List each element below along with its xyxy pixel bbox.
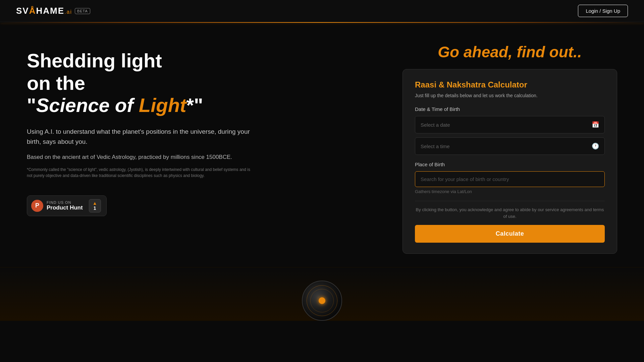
calculate-button[interactable]: Calculate <box>415 225 605 243</box>
hero-based: Based on the ancient art of Vedic Astrol… <box>27 154 255 161</box>
time-input[interactable] <box>421 143 592 149</box>
ph-name: Product Hunt <box>47 204 83 211</box>
hero-title-light: Light <box>139 94 186 116</box>
agreement-text: By clicking the button, you acknowledge … <box>415 206 605 220</box>
calculator-title: Raasi & Nakshatra Calculator <box>415 80 527 89</box>
clock-icon: 🕐 <box>592 142 599 150</box>
date-input-wrapper[interactable]: 📅 <box>415 116 605 133</box>
place-input-wrapper <box>415 171 605 187</box>
date-time-label: Date & Time of Birth <box>415 106 605 112</box>
ph-upvote-box[interactable]: ▲ 1 <box>89 199 101 213</box>
date-time-fields: 📅 🕐 <box>415 116 605 155</box>
ph-upvote-count: 1 <box>94 205 96 211</box>
calendar-icon: 📅 <box>592 121 599 128</box>
ph-upvote-arrow-icon: ▲ <box>93 201 97 205</box>
calculator-subtitle: Just fill up the details below and let u… <box>415 93 605 98</box>
bottom-section <box>0 267 644 321</box>
form-divider <box>415 201 605 201</box>
hero-title-line1: Shedding light <box>27 50 162 71</box>
disclaimer-text: *Commonly called the "science of light",… <box>27 167 255 179</box>
ph-icon-letter: P <box>35 202 39 209</box>
orb-ring-2 <box>310 289 334 312</box>
product-hunt-icon: P <box>31 200 43 212</box>
logo-text: SVÅHAME.ai <box>16 6 72 16</box>
hero-title-end: *" <box>186 94 203 116</box>
header: SVÅHAME.ai BETA Login / Sign Up <box>0 0 644 22</box>
beta-badge: BETA <box>75 8 90 14</box>
bottom-orb <box>302 281 342 321</box>
place-input[interactable] <box>415 171 605 187</box>
product-hunt-badge[interactable]: P FIND US ON Product Hunt ▲ 1 <box>27 195 107 216</box>
time-input-wrapper[interactable]: 🕐 <box>415 137 605 155</box>
hero-title: Shedding light on the "Science of Light*… <box>27 50 389 117</box>
login-button[interactable]: Login / Sign Up <box>578 5 628 17</box>
hero-title-science: Science of <box>36 94 139 116</box>
hero-title-quote-open: " <box>27 94 36 116</box>
place-label: Place of Birth <box>415 162 605 167</box>
date-input[interactable] <box>421 122 592 128</box>
ph-find-us-label: FIND US ON <box>47 200 83 204</box>
logo: SVÅHAME.ai BETA <box>16 6 90 16</box>
right-section: Go ahead, find out.. Raasi & Nakshatra C… <box>402 43 617 254</box>
ph-text-area: FIND US ON Product Hunt <box>47 200 83 211</box>
main-content: Shedding light on the "Science of Light*… <box>0 23 644 267</box>
left-section: Shedding light on the "Science of Light*… <box>27 43 389 254</box>
section-headline: Go ahead, find out.. <box>402 43 617 61</box>
timezone-hint: Gathers timezone via Lat/Lon <box>415 189 605 194</box>
hero-title-line2: on the <box>27 72 85 94</box>
hero-description: Using A.I. to understand what the planet… <box>27 127 255 147</box>
calculator-card: Raasi & Nakshatra Calculator Just fill u… <box>402 69 617 254</box>
